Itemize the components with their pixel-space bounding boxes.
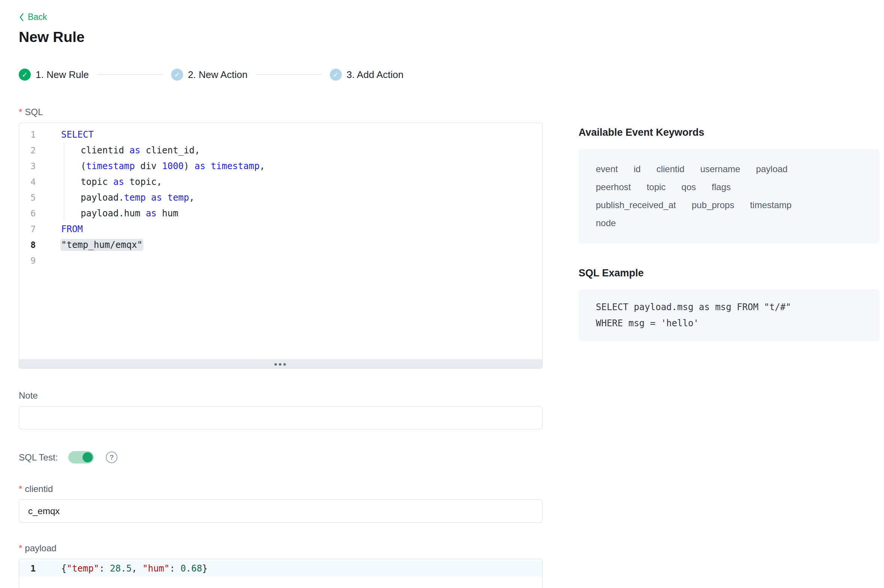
clientid-label-text: clientid	[25, 484, 53, 494]
steps: ✓1. New Rule✓2. New Action✓3. Add Action	[19, 69, 543, 81]
event-keyword: clientid	[656, 160, 684, 178]
line-text: {"temp": 28.5, "hum": 0.68}	[44, 561, 542, 576]
code-line[interactable]: 6payload.hum as hum	[19, 206, 542, 221]
line-number: 8	[19, 237, 44, 253]
step-item: ✓2. New Action	[171, 69, 248, 81]
resize-dots-icon: ●●●	[274, 361, 287, 367]
sql-test-label: SQL Test:	[19, 452, 58, 463]
code-line[interactable]: 8"temp_hum/emqx"	[19, 237, 542, 253]
line-text: (timestamp div 1000) as timestamp,	[44, 158, 542, 174]
line-number: 1	[19, 561, 44, 576]
code-line[interactable]: 1SELECT	[19, 127, 542, 142]
payload-field-label: *payload	[19, 543, 543, 554]
event-keyword: timestamp	[750, 196, 792, 214]
note-field-label: Note	[19, 390, 543, 401]
line-text: SELECT	[44, 127, 542, 142]
line-text	[44, 253, 542, 268]
line-text: FROM	[44, 221, 542, 237]
event-keyword: publish_received_at	[596, 196, 676, 214]
sql-test-row: SQL Test: ?	[19, 451, 543, 464]
event-keyword: qos	[681, 178, 696, 196]
sql-example-box: SELECT payload.msg as msg FROM "t/#"WHER…	[579, 290, 879, 341]
step-label: 2. New Action	[188, 69, 248, 81]
code-line[interactable]: 1{"temp": 28.5, "hum": 0.68}	[19, 561, 542, 576]
back-label: Back	[28, 12, 47, 22]
line-number: 5	[19, 190, 44, 206]
line-text: payload.temp as temp,	[44, 190, 542, 206]
sql-field-label: *SQL	[19, 107, 543, 117]
event-keyword: peerhost	[596, 178, 631, 196]
line-text: topic as topic,	[44, 174, 542, 190]
main-column: Back New Rule ✓1. New Rule✓2. New Action…	[19, 0, 543, 588]
event-keyword: flags	[712, 178, 731, 196]
back-chevron-icon	[19, 13, 24, 22]
keywords-box: eventidclientidusernamepayloadpeerhostto…	[579, 149, 879, 243]
event-keyword: id	[634, 160, 641, 178]
line-number: 3	[19, 158, 44, 174]
line-number: 2	[19, 142, 44, 158]
sql-label-text: SQL	[25, 107, 43, 117]
editor-resize-handle[interactable]: ●●●	[19, 359, 542, 368]
payload-code-editor[interactable]: 1{"temp": 28.5, "hum": 0.68}	[19, 559, 543, 588]
note-input[interactable]	[19, 406, 543, 429]
step-check-icon: ✓	[171, 69, 183, 81]
event-keyword: event	[596, 160, 618, 178]
event-keyword: pub_props	[692, 196, 734, 214]
code-line[interactable]: 9	[19, 253, 542, 268]
step-item: ✓3. Add Action	[330, 69, 404, 81]
toggle-knob	[83, 452, 93, 462]
required-mark: *	[19, 107, 22, 117]
step-connector	[256, 74, 322, 75]
clientid-input[interactable]	[19, 500, 543, 523]
keywords-row: publish_received_atpub_propstimestamp	[596, 196, 862, 214]
event-keyword: node	[596, 214, 616, 232]
line-number: 1	[19, 127, 44, 142]
event-keyword: payload	[756, 160, 788, 178]
code-line[interactable]: 5payload.temp as temp,	[19, 190, 542, 206]
code-line[interactable]: 3(timestamp div 1000) as timestamp,	[19, 158, 542, 174]
help-icon[interactable]: ?	[106, 452, 117, 463]
sql-example-title: SQL Example	[579, 267, 879, 279]
clientid-field-label: *clientid	[19, 484, 543, 494]
payload-code-area[interactable]: 1{"temp": 28.5, "hum": 0.68}	[19, 559, 542, 576]
step-item: ✓1. New Rule	[19, 69, 89, 81]
line-text: payload.hum as hum	[44, 206, 542, 221]
line-number: 4	[19, 174, 44, 190]
step-check-icon: ✓	[19, 69, 31, 81]
sql-example-line: SELECT payload.msg as msg FROM "t/#"	[596, 299, 862, 315]
code-line[interactable]: 7FROM	[19, 221, 542, 237]
line-number: 9	[19, 253, 44, 268]
line-text: "temp_hum/emqx"	[44, 237, 542, 253]
back-link[interactable]: Back	[19, 12, 47, 22]
keywords-row: node	[596, 214, 862, 232]
required-mark: *	[19, 543, 22, 553]
sql-code-area[interactable]: 1SELECT2clientid as client_id,3(timestam…	[19, 123, 542, 268]
required-mark: *	[19, 484, 22, 494]
sidebar: Available Event Keywords eventidclientid…	[579, 127, 879, 341]
step-label: 3. Add Action	[347, 69, 404, 81]
sql-code-editor[interactable]: 1SELECT2clientid as client_id,3(timestam…	[19, 123, 543, 369]
payload-label-text: payload	[25, 543, 56, 553]
keywords-row: eventidclientidusernamepayload	[596, 160, 862, 178]
keywords-row: peerhosttopicqosflags	[596, 178, 862, 196]
event-keyword: username	[700, 160, 740, 178]
page-title: New Rule	[19, 29, 543, 45]
code-line[interactable]: 4topic as topic,	[19, 174, 542, 190]
code-line[interactable]: 2clientid as client_id,	[19, 142, 542, 158]
step-connector	[97, 74, 163, 75]
keywords-title: Available Event Keywords	[579, 127, 879, 138]
step-label: 1. New Rule	[36, 69, 89, 81]
sql-test-toggle[interactable]	[68, 451, 94, 464]
sql-example-line: WHERE msg = 'hello'	[596, 315, 862, 332]
line-number: 6	[19, 206, 44, 221]
event-keyword: topic	[646, 178, 666, 196]
step-check-icon: ✓	[330, 69, 342, 81]
line-text: clientid as client_id,	[44, 142, 542, 158]
line-number: 7	[19, 221, 44, 237]
